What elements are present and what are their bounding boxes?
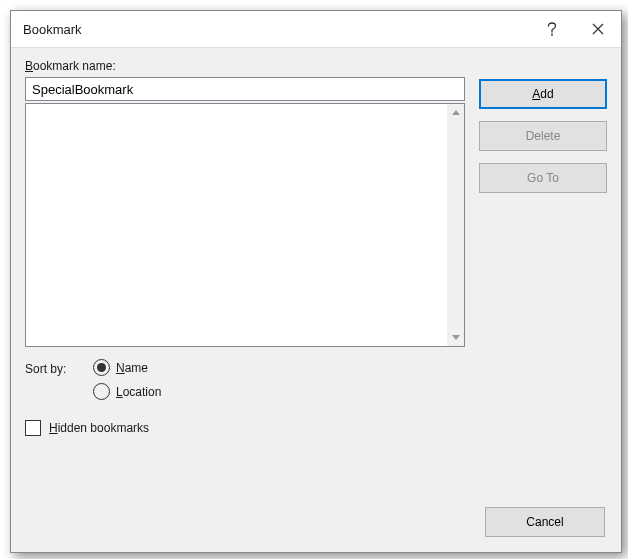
sort-name-label: Name <box>116 361 148 375</box>
listbox-items <box>26 104 447 346</box>
bookmark-listbox[interactable] <box>25 103 465 347</box>
add-button[interactable]: Add <box>479 79 607 109</box>
close-icon <box>592 23 604 35</box>
sort-name-radio[interactable]: Name <box>93 359 161 376</box>
dialog-content: Bookmark name: Sort by: <box>11 48 621 553</box>
help-button[interactable] <box>529 11 575 47</box>
sort-by-label: Sort by: <box>25 359 83 376</box>
checkbox-icon <box>25 420 41 436</box>
bookmark-name-label: Bookmark name: <box>25 59 465 73</box>
radio-icon <box>93 383 110 400</box>
bookmark-name-input[interactable] <box>25 77 465 101</box>
delete-button[interactable]: Delete <box>479 121 607 151</box>
help-icon <box>547 22 557 36</box>
sort-location-radio[interactable]: Location <box>93 383 161 400</box>
chevron-up-icon <box>452 110 460 115</box>
bookmark-dialog: Bookmark Bookmark name: <box>10 10 622 553</box>
hidden-bookmarks-label: Hidden bookmarks <box>49 421 149 435</box>
chevron-down-icon <box>452 335 460 340</box>
cancel-button[interactable]: Cancel <box>485 507 605 537</box>
dialog-title: Bookmark <box>23 22 529 37</box>
sort-location-label: Location <box>116 385 161 399</box>
scrollbar[interactable] <box>447 104 464 346</box>
goto-button[interactable]: Go To <box>479 163 607 193</box>
close-button[interactable] <box>575 11 621 47</box>
titlebar: Bookmark <box>11 11 621 48</box>
scroll-up-button[interactable] <box>447 104 464 121</box>
sort-by-group: Sort by: Name Location <box>25 359 465 400</box>
radio-icon <box>93 359 110 376</box>
hidden-bookmarks-checkbox[interactable]: Hidden bookmarks <box>25 420 465 436</box>
scroll-down-button[interactable] <box>447 329 464 346</box>
